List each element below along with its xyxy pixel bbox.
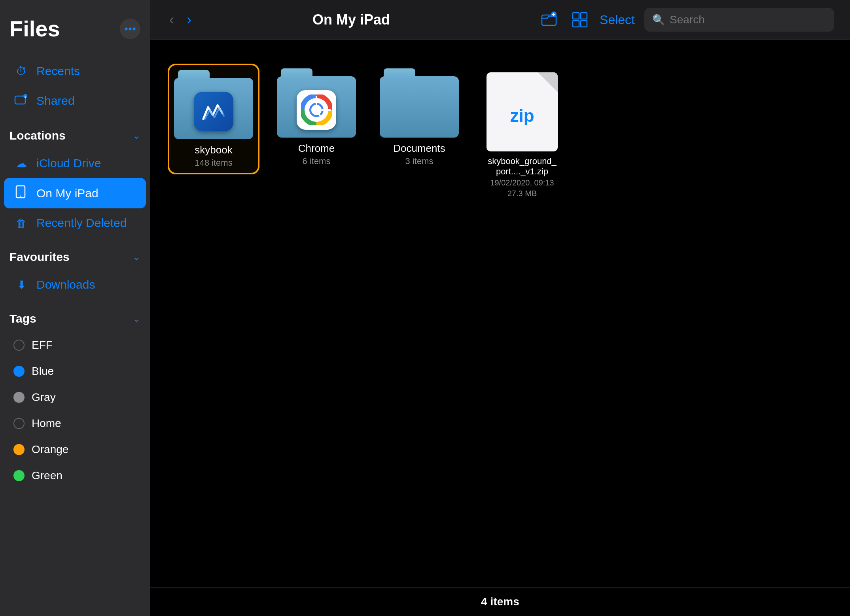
- svg-point-2: [133, 27, 136, 30]
- favourites-header: Favourites ⌄: [0, 241, 150, 267]
- tag-dot-icon: [13, 444, 25, 455]
- search-bar: 🔍: [644, 8, 834, 32]
- new-folder-button[interactable]: [540, 9, 560, 30]
- chrome-folder[interactable]: Chrome 6 items: [272, 64, 361, 171]
- clock-icon: ⏱: [13, 65, 29, 78]
- shared-label: Shared: [36, 94, 75, 108]
- file-size: 27.3 MB: [507, 189, 537, 198]
- tag-label: Green: [32, 469, 62, 482]
- tag-dot-icon: [13, 366, 25, 377]
- icloud-icon: ☁: [13, 157, 29, 170]
- list-item[interactable]: zip skybook_ground_port...._v1.zip 19/02…: [483, 64, 562, 203]
- tag-dot-icon: [13, 392, 25, 403]
- file-grid: skybook 148 items: [150, 40, 850, 587]
- svg-point-18: [311, 105, 322, 115]
- downloads-label: Downloads: [36, 278, 95, 291]
- download-icon: ⬇: [13, 278, 29, 291]
- page-title: On My iPad: [171, 11, 532, 28]
- view-toggle-button[interactable]: [570, 9, 590, 30]
- tag-dot-icon: [13, 470, 25, 481]
- tag-label: Blue: [32, 365, 54, 378]
- recents-label: Recents: [36, 64, 80, 78]
- svg-rect-12: [573, 13, 579, 19]
- main-content: ‹ › On My iPad: [150, 0, 850, 616]
- tags-chevron-icon[interactable]: ⌄: [133, 313, 140, 324]
- tag-label: Gray: [32, 391, 56, 404]
- tag-dot-icon: [13, 418, 25, 429]
- sidebar: Files ⏱ Recents 9 Shared Loca: [0, 0, 150, 616]
- list-item[interactable]: Documents 3 items: [380, 64, 459, 203]
- icloud-label: iCloud Drive: [36, 157, 101, 170]
- sidebar-title: Files: [9, 16, 60, 42]
- more-button[interactable]: [120, 19, 140, 39]
- svg-rect-13: [581, 13, 587, 19]
- favourites-section: ⬇ Downloads: [0, 267, 150, 302]
- svg-point-1: [129, 27, 132, 30]
- sidebar-item-shared[interactable]: 9 Shared: [4, 86, 146, 115]
- toolbar-actions: Select 🔍: [540, 8, 834, 32]
- documents-folder[interactable]: Documents 3 items: [375, 64, 464, 171]
- svg-text:9: 9: [25, 95, 27, 98]
- on-my-ipad-label: On My iPad: [36, 187, 98, 200]
- sidebar-header: Files: [0, 16, 150, 53]
- trash-icon: 🗑: [13, 217, 29, 230]
- file-info: 6 items: [303, 156, 331, 166]
- skybook-folder[interactable]: skybook 148 items: [168, 64, 259, 174]
- sidebar-item-downloads[interactable]: ⬇ Downloads: [4, 271, 146, 299]
- tag-dot-icon: [13, 340, 25, 351]
- sidebar-item-recently-deleted[interactable]: 🗑 Recently Deleted: [4, 209, 146, 237]
- svg-rect-14: [573, 21, 579, 27]
- sidebar-item-icloud[interactable]: ☁ iCloud Drive: [4, 149, 146, 177]
- favourites-chevron-icon[interactable]: ⌄: [133, 251, 140, 263]
- tags-section: EFFBlueGrayHomeOrangeGreen: [0, 329, 150, 492]
- file-info: 3 items: [405, 156, 434, 166]
- file-date: 19/02/2020, 09:13: [490, 178, 554, 187]
- zip-file[interactable]: zip skybook_ground_port...._v1.zip 19/02…: [482, 64, 562, 203]
- svg-point-7: [20, 196, 21, 197]
- recently-deleted-label: Recently Deleted: [36, 216, 127, 230]
- search-input[interactable]: [670, 13, 826, 26]
- tags-title: Tags: [9, 312, 36, 325]
- sidebar-item-recents[interactable]: ⏱ Recents: [4, 57, 146, 85]
- svg-point-0: [125, 27, 128, 30]
- tag-label: Home: [32, 417, 61, 430]
- sidebar-item-on-my-ipad[interactable]: On My iPad: [4, 178, 146, 208]
- select-button[interactable]: Select: [600, 13, 635, 27]
- favourites-title: Favourites: [9, 250, 70, 264]
- file-name: skybook: [195, 144, 232, 156]
- sidebar-item-tag-green[interactable]: Green: [4, 463, 146, 488]
- list-item[interactable]: skybook 148 items: [174, 64, 253, 203]
- locations-header: Locations ⌄: [0, 119, 150, 145]
- shared-icon: 9: [13, 93, 29, 108]
- sidebar-item-tag-eff[interactable]: EFF: [4, 333, 146, 358]
- sidebar-item-tag-orange[interactable]: Orange: [4, 437, 146, 462]
- ipad-icon: [13, 185, 29, 201]
- sidebar-item-tag-home[interactable]: Home: [4, 411, 146, 436]
- list-item[interactable]: Chrome 6 items: [277, 64, 356, 203]
- status-bar: 4 items: [150, 587, 850, 616]
- file-name: Documents: [393, 142, 445, 155]
- search-icon: 🔍: [652, 14, 665, 26]
- tag-label: Orange: [32, 443, 68, 456]
- file-info: 148 items: [195, 158, 232, 168]
- file-name: Chrome: [298, 142, 335, 155]
- tag-label: EFF: [32, 339, 53, 351]
- file-name: skybook_ground_port...._v1.zip: [487, 156, 558, 177]
- tags-header: Tags ⌄: [0, 302, 150, 329]
- locations-section: ☁ iCloud Drive On My iPad 🗑 Recently Del…: [0, 145, 150, 241]
- locations-title: Locations: [9, 129, 66, 142]
- svg-rect-15: [581, 21, 587, 27]
- item-count: 4 items: [481, 595, 519, 608]
- sidebar-recents-section: ⏱ Recents 9 Shared: [0, 53, 150, 119]
- sidebar-item-tag-blue[interactable]: Blue: [4, 359, 146, 384]
- toolbar: ‹ › On My iPad: [150, 0, 850, 40]
- locations-chevron-icon[interactable]: ⌄: [133, 130, 140, 141]
- sidebar-item-tag-gray[interactable]: Gray: [4, 385, 146, 410]
